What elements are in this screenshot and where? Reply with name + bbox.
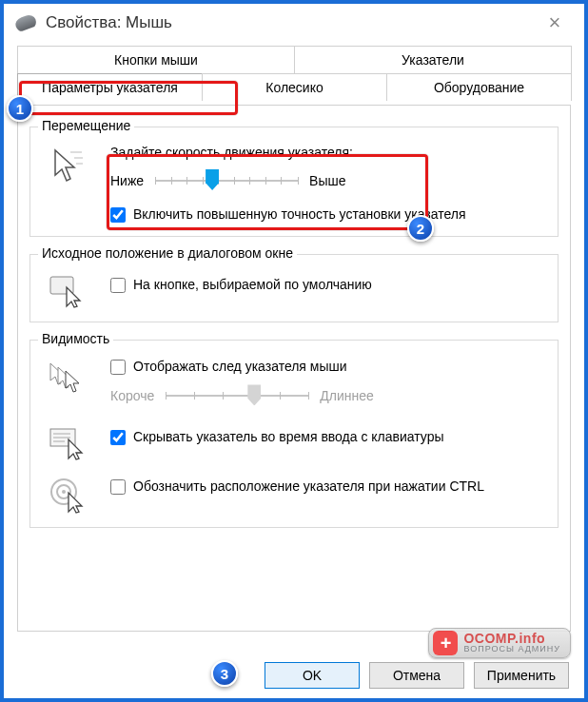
motion-cursor-icon [42,145,95,183]
hide-typing-checkbox[interactable] [110,430,126,445]
watermark-brand: OCOMP [463,631,515,646]
close-button[interactable]: × [537,10,573,35]
group-snap: Исходное положение в диалоговом окне На … [29,254,559,322]
tab-buttons[interactable]: Кнопки мыши [17,46,295,73]
speed-fast-label: Выше [309,173,345,188]
apply-button[interactable]: Применить [474,662,569,689]
watermark-sub: ВОПРОСЫ АДМИНУ [463,644,560,653]
snap-label[interactable]: На кнопке, выбираемой по умолчанию [133,276,372,293]
tabs: Кнопки мыши Указатели Параметры указател… [6,40,582,101]
ctrl-locate-checkbox[interactable] [110,479,126,495]
tab-pointers[interactable]: Указатели [294,46,572,73]
group-visibility: Видимость Отображать след указателя мыши… [29,340,559,528]
ctrl-locate-icon [42,474,95,514]
watermark: + OCOMP.info ВОПРОСЫ АДМИНУ [428,628,571,658]
titlebar: Свойства: Мышь × [6,6,582,40]
trails-slider-thumb [247,384,261,405]
snap-checkbox[interactable] [110,278,126,293]
trails-checkbox[interactable] [110,360,126,375]
tab-wheel[interactable]: Колесико [202,73,387,101]
ok-button[interactable]: OK [265,662,360,689]
trails-long-label: Длиннее [320,388,374,403]
speed-slider-thumb[interactable] [206,169,219,190]
svg-point-10 [62,490,66,494]
group-motion-legend: Перемещение [38,118,134,133]
annotation-badge-1: 1 [7,95,33,122]
trails-label[interactable]: Отображать след указателя мыши [133,358,347,375]
enhance-precision-checkbox[interactable] [110,207,126,223]
snap-icon [42,272,95,308]
speed-slider[interactable] [155,169,298,192]
plus-icon: + [433,631,458,655]
ctrl-locate-label[interactable]: Обозначить расположение указателя при на… [133,478,484,495]
mouse-icon [13,13,37,33]
trails-icon [42,358,95,396]
speed-slow-label: Ниже [110,173,144,188]
annotation-badge-2: 2 [407,215,434,242]
cancel-button[interactable]: Отмена [369,662,464,689]
group-visibility-legend: Видимость [38,331,113,346]
tab-pointer-options[interactable]: Параметры указателя [17,73,203,101]
trails-slider [166,384,308,407]
hide-typing-label[interactable]: Скрывать указатель во время ввода с клав… [133,428,444,445]
watermark-tld: .info [515,631,545,646]
hide-icon [42,424,95,460]
window-title: Свойства: Мышь [46,13,537,32]
tab-panel: Перемещение Задайте скорость движения ук… [17,105,571,632]
tab-hardware[interactable]: Оборудование [386,73,572,101]
annotation-badge-3: 3 [211,660,238,687]
speed-label: Задайте скорость движения указателя: [110,145,546,160]
group-motion: Перемещение Задайте скорость движения ук… [29,127,559,237]
group-snap-legend: Исходное положение в диалоговом окне [38,245,297,261]
trails-short-label: Короче [110,388,154,403]
dialog-buttons: OK Отмена Применить [265,662,569,689]
